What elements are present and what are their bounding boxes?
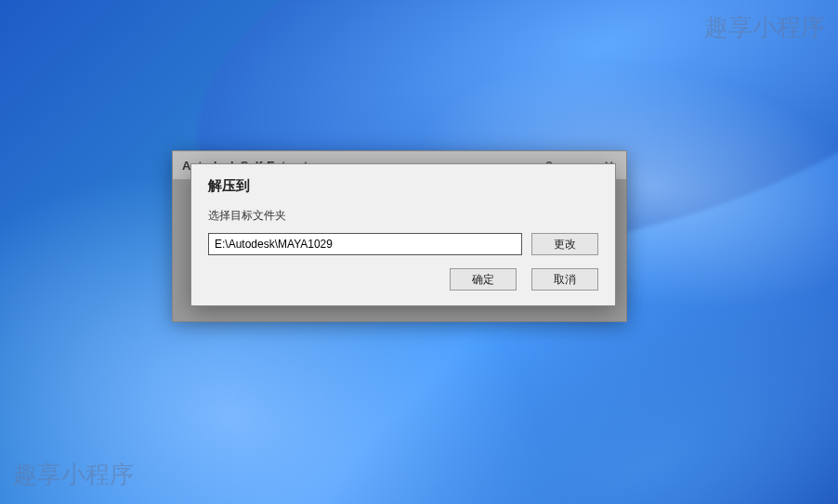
dialog-title: 解压到 <box>208 177 598 195</box>
change-button[interactable]: 更改 <box>531 233 598 255</box>
dialog-label: 选择目标文件夹 <box>208 208 598 224</box>
cancel-button[interactable]: 取消 <box>531 268 598 291</box>
ok-button[interactable]: 确定 <box>450 268 517 291</box>
destination-path-input[interactable] <box>208 233 522 255</box>
extract-dialog: 解压到 选择目标文件夹 更改 确定 取消 <box>190 163 616 306</box>
